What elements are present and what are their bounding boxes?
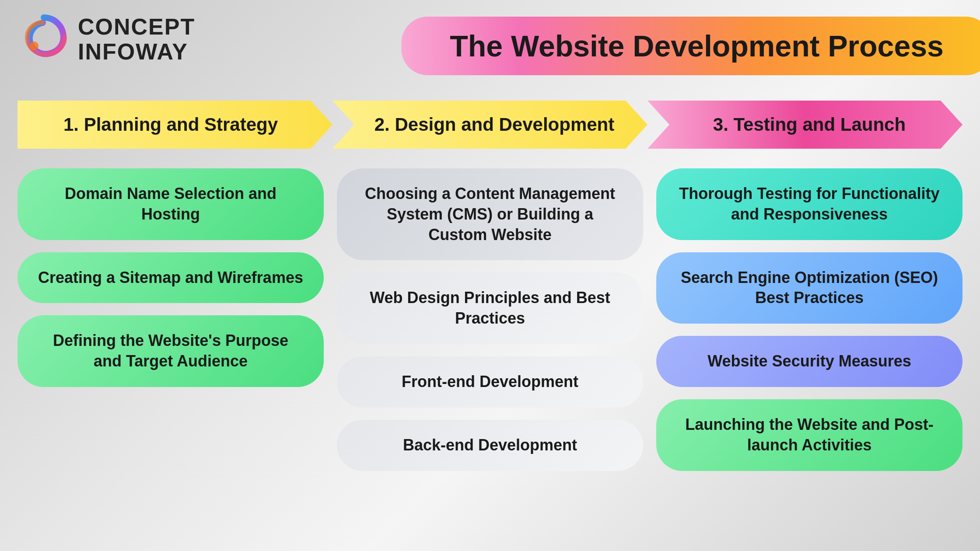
phase-3-arrow: 3. Testing and Launch	[648, 101, 962, 149]
card-seo: Search Engine Optimization (SEO) Best Pr…	[656, 252, 962, 324]
card-launching: Launching the Website and Post-launch Ac…	[656, 399, 962, 471]
logo-concept: CONCEPT	[78, 14, 195, 39]
card-sitemap: Creating a Sitemap and Wireframes	[18, 252, 324, 303]
card-domain: Domain Name Selection and Hosting	[18, 168, 324, 240]
title-pill: The Website Development Process	[402, 17, 980, 75]
logo-text: CONCEPT INFOWAY	[78, 14, 195, 64]
card-cms: Choosing a Content Management System (CM…	[337, 168, 643, 260]
logo-infoway: INFOWAY	[78, 39, 195, 64]
phase-2-label: 2. Design and Development	[340, 114, 640, 135]
column-1: Domain Name Selection and Hosting Creati…	[18, 160, 324, 534]
logo-icon	[18, 13, 70, 66]
card-defining: Defining the Website's Purpose and Targe…	[18, 315, 324, 387]
phase-3-label: 3. Testing and Launch	[678, 114, 932, 135]
phase-1-arrow: 1. Planning and Strategy	[18, 101, 332, 149]
phases-row: 1. Planning and Strategy 2. Design and D…	[18, 101, 962, 149]
card-security: Website Security Measures	[656, 336, 962, 387]
column-2: Choosing a Content Management System (CM…	[337, 160, 643, 534]
card-frontend: Front-end Development	[337, 356, 643, 408]
card-testing: Thorough Testing for Functionality and R…	[656, 168, 962, 240]
main-title: The Website Development Process	[437, 29, 957, 63]
logo: CONCEPT INFOWAY	[18, 13, 195, 66]
card-webdesign: Web Design Principles and Best Practices	[337, 272, 643, 344]
card-backend: Back-end Development	[337, 420, 643, 471]
content-columns: Domain Name Selection and Hosting Creati…	[18, 160, 962, 534]
column-3: Thorough Testing for Functionality and R…	[656, 160, 962, 534]
svg-point-0	[30, 42, 38, 50]
phase-2-arrow: 2. Design and Development	[332, 101, 648, 149]
phase-1-label: 1. Planning and Strategy	[46, 114, 304, 135]
